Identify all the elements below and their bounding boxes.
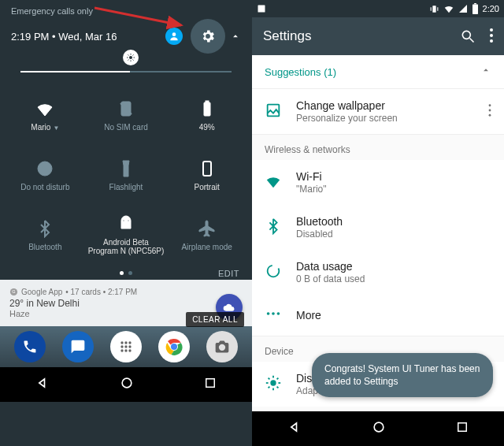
qs-tile-bluetooth[interactable]: Bluetooth xyxy=(6,206,84,263)
svg-line-7 xyxy=(133,60,134,61)
toast-message: Congrats! System UI Tuner has been added… xyxy=(312,353,493,397)
svg-rect-12 xyxy=(204,102,210,116)
android-icon xyxy=(117,214,135,233)
svg-line-61 xyxy=(269,386,270,388)
search-icon[interactable] xyxy=(460,28,476,44)
svg-point-51 xyxy=(267,312,270,315)
svg-line-42 xyxy=(470,39,474,43)
tile-label: Do not disturb xyxy=(20,183,69,191)
qs-tile-portrait[interactable]: Portrait xyxy=(168,147,246,203)
svg-point-27 xyxy=(120,349,123,351)
svg-point-41 xyxy=(462,31,470,39)
page-dots xyxy=(120,271,132,275)
svg-point-47 xyxy=(489,104,491,106)
recents-button[interactable] xyxy=(203,376,217,393)
svg-point-45 xyxy=(490,39,493,43)
wifi-icon xyxy=(443,3,454,14)
svg-line-6 xyxy=(128,54,129,55)
notification-app: Google App xyxy=(21,288,62,296)
android-navbar xyxy=(0,367,252,402)
google-icon: G xyxy=(9,288,18,296)
qs-header: Emergency calls only 2:19 PM • Wed, Mar … xyxy=(0,0,252,57)
chrome-app-icon[interactable] xyxy=(158,331,190,362)
row-title: Wi-Fi xyxy=(296,170,327,183)
battery-icon xyxy=(472,3,479,14)
recents-button[interactable] xyxy=(455,420,469,437)
phone-settings: 2:20 Settings Suggestions (1) Change wal… xyxy=(252,0,504,446)
category-wireless: Wireless & networks xyxy=(252,134,504,160)
suggestions-header[interactable]: Suggestions (1) xyxy=(252,55,504,89)
suggestions-label: Suggestions (1) xyxy=(265,66,336,78)
qs-tile-sim[interactable]: No SIM card xyxy=(87,87,165,143)
svg-rect-64 xyxy=(458,423,467,432)
user-avatar-icon[interactable] xyxy=(165,28,183,45)
more-icon xyxy=(265,305,282,325)
suggestion-sub: Personalize your screen xyxy=(296,113,398,124)
tile-label: No SIM card xyxy=(104,123,148,132)
data-icon xyxy=(265,262,282,283)
svg-point-32 xyxy=(122,378,132,388)
settings-row-bluetooth[interactable]: BluetoothDisabled xyxy=(252,205,504,250)
app-drawer-icon[interactable] xyxy=(110,331,142,362)
messages-app-icon[interactable] xyxy=(62,331,94,362)
tile-label: Mario▼ xyxy=(31,123,59,132)
qs-tile-wifi[interactable]: Mario▼ xyxy=(6,87,84,143)
back-button[interactable] xyxy=(287,419,302,438)
row-sub: Disabled xyxy=(296,229,343,240)
status-time: 2:20 xyxy=(483,4,499,13)
suggestion-row[interactable]: Change wallpaper Personalize your screen xyxy=(252,89,504,134)
brightness-slider[interactable] xyxy=(0,57,252,77)
settings-row-data[interactable]: Data usage0 B of data used xyxy=(252,250,504,295)
brightness-thumb-icon[interactable] xyxy=(123,50,139,65)
svg-point-18 xyxy=(128,220,129,221)
page-dot[interactable] xyxy=(128,271,132,275)
settings-row-more[interactable]: More xyxy=(252,295,504,336)
row-title: Data usage xyxy=(296,260,365,273)
svg-line-62 xyxy=(277,377,279,379)
sim-icon xyxy=(117,99,135,118)
notification-meta: • 17 cards • 2:17 PM xyxy=(65,288,137,296)
page-dot[interactable] xyxy=(120,271,124,275)
svg-point-54 xyxy=(270,380,276,385)
collapse-chevron-icon[interactable] xyxy=(230,31,241,42)
phone-quick-settings: Emergency calls only 2:19 PM • Wed, Mar … xyxy=(0,0,252,446)
datetime-text[interactable]: 2:19 PM • Wed, Mar 16 xyxy=(11,31,117,43)
qs-tile-android[interactable]: Android Beta Program N (NPC56P) xyxy=(87,206,165,263)
notification-header: G Google App • 17 cards • 2:17 PM xyxy=(9,288,243,296)
svg-text:G: G xyxy=(12,289,15,294)
tile-label: Flashlight xyxy=(109,183,143,191)
tile-label: Bluetooth xyxy=(28,243,61,251)
svg-line-59 xyxy=(269,377,270,379)
settings-row-wifi[interactable]: Wi-Fi"Mario" xyxy=(252,160,504,205)
svg-point-50 xyxy=(268,265,280,277)
suggestion-overflow-icon[interactable] xyxy=(488,104,491,120)
svg-point-53 xyxy=(277,312,280,315)
qs-tile-battery[interactable]: 49% xyxy=(168,87,246,143)
qs-tile-dnd[interactable]: Do not disturb xyxy=(6,147,84,203)
home-button[interactable] xyxy=(119,375,135,394)
suggestion-title: Change wallpaper xyxy=(296,99,398,112)
datetime-row: 2:19 PM • Wed, Mar 16 xyxy=(11,19,241,54)
svg-rect-39 xyxy=(472,4,478,14)
bluetooth-icon xyxy=(35,219,54,238)
qs-tile-airplane[interactable]: Airplane mode xyxy=(168,206,246,263)
qs-tile-flashlight[interactable]: Flashlight xyxy=(87,147,165,203)
phone-app-icon[interactable] xyxy=(14,331,46,362)
row-sub: 0 B of data used xyxy=(296,273,365,284)
wifi-icon xyxy=(265,173,282,193)
home-button[interactable] xyxy=(371,419,387,438)
svg-line-60 xyxy=(277,386,279,388)
back-button[interactable] xyxy=(35,375,50,394)
battery-icon xyxy=(198,99,217,118)
svg-rect-35 xyxy=(258,6,265,13)
settings-gear-button[interactable] xyxy=(191,19,225,54)
edit-button[interactable]: EDIT xyxy=(218,269,239,278)
camera-app-icon[interactable] xyxy=(206,331,238,362)
home-dock: CLEAR ALL xyxy=(0,326,252,367)
svg-line-9 xyxy=(133,54,134,55)
svg-rect-40 xyxy=(474,3,476,4)
header-icons xyxy=(165,19,241,54)
overflow-menu-icon[interactable] xyxy=(490,28,493,43)
clear-all-button[interactable]: CLEAR ALL xyxy=(186,312,244,327)
svg-point-31 xyxy=(171,344,177,350)
